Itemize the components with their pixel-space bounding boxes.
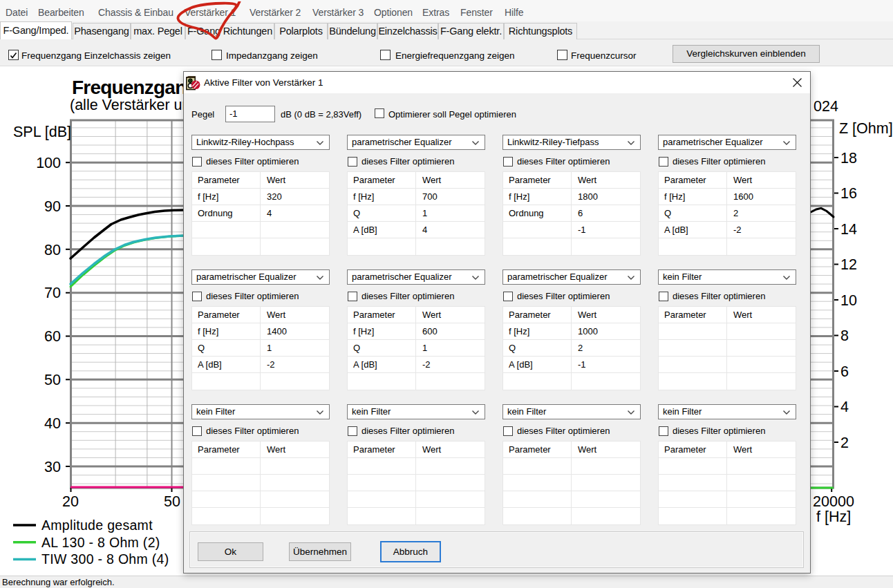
- svg-text:50: 50: [164, 493, 180, 510]
- svg-text:024: 024: [814, 98, 838, 115]
- svg-text:20000: 20000: [813, 493, 854, 510]
- svg-text:60: 60: [44, 328, 61, 345]
- svg-text:40: 40: [44, 415, 61, 432]
- svg-text:90: 90: [44, 198, 61, 215]
- svg-text:10: 10: [840, 292, 857, 309]
- svg-text:SPL [dB]: SPL [dB]: [13, 124, 71, 140]
- svg-text:18: 18: [840, 150, 857, 167]
- svg-text:80: 80: [44, 242, 61, 258]
- svg-text:f [Hz]: f [Hz]: [816, 509, 851, 525]
- svg-text:6: 6: [840, 363, 849, 380]
- svg-text:AL 130 - 8 Ohm (2): AL 130 - 8 Ohm (2): [41, 535, 160, 550]
- svg-text:Z [Ohm]: Z [Ohm]: [839, 120, 893, 137]
- svg-text:100: 100: [36, 155, 61, 171]
- svg-text:30: 30: [44, 459, 61, 475]
- svg-text:TIW 300 - 8 Ohm (4): TIW 300 - 8 Ohm (4): [41, 551, 169, 567]
- svg-text:2: 2: [840, 435, 849, 451]
- svg-text:20: 20: [62, 493, 79, 510]
- svg-text:4: 4: [840, 399, 849, 415]
- svg-text:16: 16: [840, 185, 857, 202]
- svg-text:70: 70: [44, 285, 61, 301]
- svg-text:Amplitude gesamt: Amplitude gesamt: [41, 518, 153, 533]
- svg-text:14: 14: [840, 221, 857, 238]
- svg-text:50: 50: [44, 372, 61, 388]
- svg-text:8: 8: [840, 328, 849, 344]
- svg-text:12: 12: [840, 256, 857, 273]
